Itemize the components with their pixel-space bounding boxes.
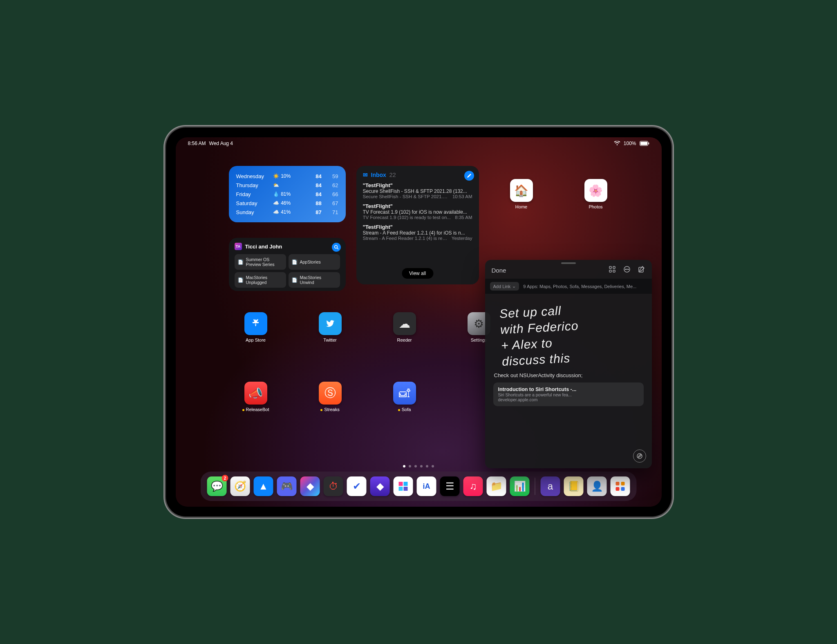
svg-point-3 [334,246,337,248]
grid-icon[interactable] [609,266,616,275]
svg-rect-8 [404,487,408,491]
dock-shortcuts[interactable]: ◆ [300,476,320,496]
add-link-button[interactable]: Add Link ⌄ [490,282,519,291]
dock-recent1[interactable]: a [541,476,560,496]
note-cell[interactable]: 📄MacStories Unplugged [235,272,286,288]
link-bar: Add Link ⌄ 9 Apps: Maps, Photos, Sofa, M… [485,279,652,294]
messages-badge: 2 [222,475,228,481]
note-icon: 📄 [292,277,298,283]
svg-rect-6 [404,482,408,486]
notes-widget[interactable]: TA Ticci and John 📄Summer OS Preview Ser… [229,238,346,291]
mail-item[interactable]: "TestFlight" TV Forecast 1.9 (102) for i… [363,203,472,220]
svg-rect-12 [621,487,625,491]
dock-app7[interactable]: ✔︎ [347,476,367,496]
app-photos[interactable]: 🌸Photos [580,179,612,209]
svg-rect-11 [616,487,620,491]
app-twitter[interactable]: Twitter [314,312,347,342]
svg-rect-14 [613,266,615,268]
dock-app6[interactable]: ⏱︎ [324,476,343,496]
notes-search-button[interactable] [332,243,341,252]
grabber[interactable] [561,262,576,264]
weather-row: Saturday☁️46%8867 [236,199,338,208]
dock-numbers[interactable]: 📊 [510,476,530,496]
compose-button[interactable] [464,171,474,181]
handwriting: Set up call with Federico + Alex to disc… [499,298,645,369]
mail-item[interactable]: "TestFlight" Stream - A Feed Reader 1.2.… [363,224,472,241]
svg-rect-13 [609,266,611,268]
app-home[interactable]: 🏠Home [505,179,538,209]
svg-point-18 [625,269,626,270]
dock-craft[interactable] [394,476,413,496]
app-sofa[interactable]: 🛋︎Sofa [388,382,421,412]
weather-row: Friday💧81%8466 [236,190,338,199]
svg-point-22 [637,454,642,458]
dock: 💬2 🧭 ▲ 🎮 ◆ ⏱︎ ✔︎ ◆ iA ☰ ♫ 📁 📊 a 📒 👤 [201,472,637,501]
svg-rect-7 [399,487,403,491]
notes-avatar: TA [235,243,242,250]
envelope-icon: ✉︎ [363,172,368,178]
svg-rect-15 [609,270,611,272]
note-icon: 📄 [238,277,244,283]
chevron-down-icon: ⌄ [512,284,516,289]
app-releasebot[interactable]: 📣ReleaseBot [239,382,272,412]
apps-hint[interactable]: 9 Apps: Maps, Photos, Sofa, Messages, De… [523,284,636,289]
dock-divider [535,478,535,495]
compose-icon[interactable] [638,266,645,275]
link-card[interactable]: Introduction to Siri Shortcuts -... Siri… [493,382,644,406]
page-indicator[interactable] [403,465,434,467]
svg-rect-5 [399,482,403,486]
mail-view-all-button[interactable]: View all [402,268,433,279]
mail-header: ✉︎ Inbox 22 [363,172,472,178]
weather-widget[interactable]: Wednesday☀️10%8459 Thursday⛅8462 Friday💧… [229,166,346,222]
weather-row: Sunday☁️41%8771 [236,208,338,217]
svg-point-19 [627,269,627,270]
mail-widget[interactable]: ✉︎ Inbox 22 "TestFlight" Secure ShellFis… [356,166,479,284]
dock-app3[interactable]: ▲ [254,476,273,496]
dock-files[interactable]: 📁 [487,476,506,496]
note-cell[interactable]: 📄Summer OS Preview Series [235,254,286,270]
app-reeder[interactable]: ☁︎Reeder [388,312,421,342]
done-button[interactable]: Done [492,267,506,274]
svg-point-20 [628,269,629,270]
more-icon[interactable] [623,266,631,275]
svg-line-4 [337,248,338,249]
quick-note-panel[interactable]: Done Add Link ⌄ 9 Apps: Maps, Photos, So… [485,260,652,468]
dock-recent3[interactable]: 👤 [587,476,607,496]
dock-app-library[interactable] [611,476,630,496]
dock-messages[interactable]: 💬2 [207,476,227,496]
dock-recent2[interactable]: 📒 [564,476,584,496]
note-icon: 📄 [292,259,298,265]
markup-button[interactable] [633,449,646,463]
weather-row: Thursday⛅8462 [236,181,338,190]
note-icon: 📄 [238,259,244,265]
dock-safari[interactable]: 🧭 [231,476,250,496]
svg-rect-10 [621,482,625,485]
svg-rect-9 [616,482,620,485]
dock-discord[interactable]: 🎮 [277,476,297,496]
notes-header: TA Ticci and John [235,243,340,250]
note-text[interactable]: Check out NSUserActivity discussion; [494,372,643,378]
mail-item[interactable]: "TestFlight" Secure ShellFish - SSH & SF… [363,182,472,199]
dock-music[interactable]: ♫ [463,476,483,496]
dock-obsidian[interactable]: ◆ [370,476,390,496]
dock-ia[interactable]: iA [417,476,436,496]
svg-rect-16 [613,270,615,272]
app-appstore[interactable]: App Store [239,312,272,342]
note-cell[interactable]: 📄AppStories [289,254,340,270]
weather-row: Wednesday☀️10%8459 [236,172,338,181]
dock-todoist[interactable]: ☰ [440,476,460,496]
note-cell[interactable]: 📄MacStories Unwind [289,272,340,288]
app-streaks[interactable]: ⓈStreaks [314,382,347,412]
